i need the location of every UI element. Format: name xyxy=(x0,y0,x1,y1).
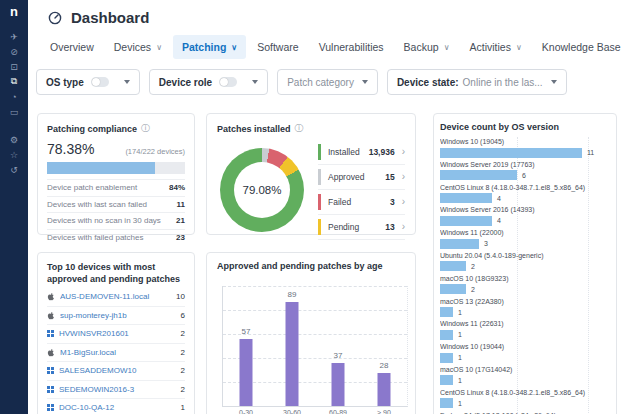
history-icon[interactable]: ↺ xyxy=(0,162,28,177)
billing-icon[interactable]: ▭ xyxy=(0,104,28,119)
apps-icon[interactable]: ⧉ xyxy=(0,74,28,89)
device-link[interactable]: AUS-DEMOVEN-11.local xyxy=(60,292,176,301)
send-icon[interactable]: ✈ xyxy=(0,29,28,44)
device-link[interactable]: HVWINSVR201601 xyxy=(59,329,181,338)
filter-device-state[interactable]: Device state: Online in the las... xyxy=(387,69,567,95)
os-bar xyxy=(440,193,492,203)
os-bar-line: 1 xyxy=(440,329,610,340)
age-bar-slot: 37 xyxy=(315,286,361,406)
os-bar-line: 4 xyxy=(440,193,610,204)
legend-value: 15 xyxy=(385,172,394,182)
tab-backup[interactable]: Backup∨ xyxy=(395,35,459,59)
tab-activities[interactable]: Activities∨ xyxy=(461,35,531,59)
patches-installed-body: 79.08% Installed13,936›Approved15›Failed… xyxy=(217,140,405,240)
os-bar xyxy=(440,375,453,385)
os-version-row: Windows 11 (22000)3 xyxy=(440,228,610,251)
dashboard-icon[interactable]: ⊘ xyxy=(0,44,28,59)
age-bar-slot: 28 xyxy=(361,286,407,406)
age-x-label: 60-89 xyxy=(315,409,361,414)
os-bar-line: 6 xyxy=(440,170,610,181)
filter-os-type[interactable]: OS type xyxy=(36,69,140,95)
device-patch-count: 2 xyxy=(181,348,185,357)
device-row: SALESADDEMOW102 xyxy=(47,362,185,381)
os-version-row: Ubuntu 20.04 (5.4.0-189-generic)2 xyxy=(440,251,610,274)
filter-device-role[interactable]: Device role xyxy=(149,69,268,95)
device-link[interactable]: M1-BigSur.local xyxy=(60,348,181,357)
stat-row: Devices with no scan in 30 days21 xyxy=(47,212,185,229)
stat-value: 21 xyxy=(176,216,185,225)
os-bar-line: 11 xyxy=(440,147,610,158)
legend-label: Pending xyxy=(328,222,385,232)
legend-color-bar xyxy=(318,219,321,235)
tab-overview[interactable]: Overview xyxy=(41,35,103,59)
patches-donut-chart: 79.08% xyxy=(220,148,304,232)
os-version-row: Windows 11 (22631)1 xyxy=(440,319,610,342)
page-header: Dashboard xyxy=(48,9,149,26)
os-bar-value: 6 xyxy=(522,172,526,179)
legend-value: 13 xyxy=(385,222,394,232)
legend-row-pending[interactable]: Pending13› xyxy=(318,215,405,240)
os-version-row: macOS 10 (18G9323)2 xyxy=(440,274,610,297)
compliance-progress-bar xyxy=(47,162,185,174)
tab-patching[interactable]: Patching∨ xyxy=(173,35,246,59)
device-role-toggle[interactable] xyxy=(219,77,237,87)
legend-row-approved[interactable]: Approved15› xyxy=(318,165,405,190)
device-patch-count: 2 xyxy=(181,329,185,338)
device-patch-count: 1 xyxy=(181,403,185,412)
tab-label: Backup xyxy=(404,41,439,53)
age-bar xyxy=(240,339,253,406)
donut-center-label: 79.08% xyxy=(234,162,290,218)
os-bar-value: 4 xyxy=(497,217,501,224)
chevron-right-icon: › xyxy=(402,197,405,207)
tab-label: Software xyxy=(257,41,298,53)
os-version-row: Windows 10 (19044)1 xyxy=(440,342,610,365)
device-link[interactable]: DOC-10-QA-12 xyxy=(59,403,181,412)
filter-patch-category[interactable]: Patch category xyxy=(277,69,378,95)
patches-by-age-chart: 570-308930-603760-8928> 90 xyxy=(222,286,408,407)
tab-devices[interactable]: Devices∨ xyxy=(105,35,171,59)
legend-row-failed[interactable]: Failed3› xyxy=(318,190,405,215)
os-bar-value: 2 xyxy=(471,263,475,270)
favorites-icon[interactable]: ☆ xyxy=(0,147,28,162)
os-bar xyxy=(440,330,453,340)
windows-icon xyxy=(47,386,54,393)
legend-label: Approved xyxy=(328,172,385,182)
stat-row: Devices with last scan failed11 xyxy=(47,196,185,213)
chevron-right-icon: › xyxy=(402,147,405,157)
os-version-label: Windows 10 (19044) xyxy=(440,342,610,352)
tab-software[interactable]: Software xyxy=(248,35,307,59)
os-version-row: Fedora 34 (5.17.12-100.fc34.x86_64)1 xyxy=(440,411,610,414)
patches-by-age-card: Approved and pending patches by age 570-… xyxy=(206,252,416,414)
info-icon[interactable]: ⓘ xyxy=(295,122,304,135)
os-bar-value: 4 xyxy=(497,195,501,202)
stat-label: Devices with last scan failed xyxy=(47,200,147,209)
legend-row-installed[interactable]: Installed13,936› xyxy=(318,140,405,165)
device-link[interactable]: SEDEMOWIN2016-3 xyxy=(59,385,181,394)
tab-vulnerabilities[interactable]: Vulnerabilities xyxy=(310,35,393,59)
devices-icon[interactable]: ⊡ xyxy=(0,59,28,74)
device-link[interactable]: SALESADDEMOW10 xyxy=(59,366,181,375)
legend-label: Installed xyxy=(328,147,369,157)
os-bar xyxy=(440,261,466,271)
os-bar xyxy=(440,307,453,317)
os-bar xyxy=(440,284,466,294)
device-link[interactable]: sup-monterey-jh1b xyxy=(60,311,181,320)
os-bar-line: 1 xyxy=(440,375,610,386)
top-devices-card: Top 10 devices with most approved and pe… xyxy=(37,252,195,414)
os-version-label: CentOS Linux 8 (4.18.0-348.7.1.el8_5.x86… xyxy=(440,183,610,193)
brand-logo[interactable]: n xyxy=(10,5,18,19)
os-version-label: Windows Server 2016 (14393) xyxy=(440,205,610,215)
sidebar: n ✈⊘⊡⧉◔▭⚙☆↺ xyxy=(0,0,28,414)
schedule-icon[interactable]: ◔ xyxy=(0,89,28,104)
os-version-chart: Windows 10 (19045)11Windows Server 2019 … xyxy=(440,137,610,414)
os-version-label: Fedora 34 (5.17.12-100.fc34.x86_64) xyxy=(440,411,610,414)
settings-icon[interactable]: ⚙ xyxy=(0,132,28,147)
age-bar-slot: 89 xyxy=(269,286,315,406)
tab-knowledge-base[interactable]: Knowledge Base xyxy=(533,35,624,59)
chevron-down-icon: ∨ xyxy=(444,43,450,52)
os-type-toggle[interactable] xyxy=(91,77,109,87)
gauge-icon xyxy=(48,11,62,25)
legend-value: 3 xyxy=(390,197,395,207)
age-bar-value: 28 xyxy=(361,361,407,370)
info-icon[interactable]: ⓘ xyxy=(141,122,150,135)
